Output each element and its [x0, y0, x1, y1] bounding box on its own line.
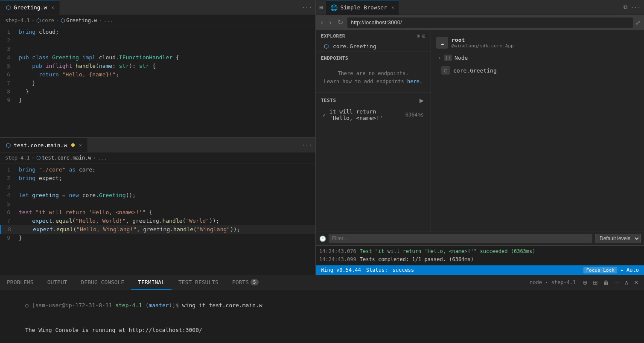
explorer-icon-2[interactable]: ⊡ [423, 33, 425, 39]
right-panel: ⊞ 🌐 Simple Browser ✕ ⧉ ··· ‹ › ↻ http://… [316, 0, 644, 275]
wing-resources: ☁ root @winglang/sdk.core.App › {} Node … [431, 30, 644, 232]
modified-indicator [71, 143, 75, 147]
terminal-split-button[interactable]: ⊞ [591, 278, 600, 287]
bottom-panel: PROBLEMS OUTPUT DEBUG CONSOLE TERMINAL T… [0, 275, 644, 343]
tab-problems[interactable]: PROBLEMS [0, 275, 41, 290]
simple-browser-tab[interactable]: 🌐 Simple Browser ✕ [326, 0, 398, 15]
test-line-4: 4 let greeting = new core.Greeting(); [0, 191, 315, 200]
log-time-2: 14:24:43.099 [319, 256, 356, 264]
log-toolbar: 🕐 Default levels All levels Errors only [316, 232, 644, 246]
tab-terminal[interactable]: TERMINAL [131, 275, 172, 290]
endpoints-section-label: ENDPOINTS [316, 52, 431, 63]
browser-content: EXPLORER ⊕ ⊡ ⬡ core.Greeting ENDPOINTS T… [316, 30, 644, 232]
test-line-2: 2 bring expect; [0, 174, 315, 183]
test-tab-menu[interactable]: ··· [299, 138, 315, 152]
greeting-code: 1 bring cloud; 2 3 4 pub class Greeting … [0, 26, 315, 137]
code-line-7: 7 } [0, 79, 315, 87]
log-text-1: Test "it will return 'Hello, <name>!'" s… [360, 247, 536, 256]
test-line-9: 9 } [0, 234, 315, 242]
greeting-tab[interactable]: ⬡ Greeting.w ✕ [0, 0, 60, 15]
test-line-5: 5 [0, 200, 315, 208]
wing-status-right: Focus Lock ✦ Auto [583, 267, 639, 273]
greeting-tab-label: Greeting.w [14, 4, 47, 11]
endpoints-empty: There are no endpoints. Learn how to add… [316, 63, 431, 93]
log-lines: 14:24:43.076 Test "it will return 'Hello… [316, 246, 644, 265]
browser-tab-bar: ⊞ 🌐 Simple Browser ✕ ⧉ ··· [316, 0, 644, 15]
greeting-editor: ⬡ Greeting.w ✕ ··· step-4.1 › ⬡ core › ⬡… [0, 0, 315, 138]
wing-log: 🕐 Default levels All levels Errors only … [316, 232, 644, 265]
explorer-section: EXPLORER ⊕ ⊡ [316, 30, 431, 41]
code-line-5: 5 pub inflight handle(name: str): str { [0, 62, 315, 70]
endpoints-empty-text: There are no endpoints. [338, 70, 408, 76]
node-resource-item[interactable]: › {} Node [431, 52, 644, 64]
greeting-breadcrumb: step-4.1 › ⬡ core › ⬡ Greeting.w › ... [0, 15, 315, 26]
explorer-icons: ⊕ ⊡ [417, 33, 425, 39]
tab-test-results[interactable]: TEST RESULTS [172, 275, 225, 290]
terminal-chevron-up-button[interactable]: ∧ [623, 278, 630, 287]
wing-status-text: Status: success [366, 267, 414, 273]
tests-label: TESTS [321, 98, 336, 103]
node-resource-label: Node [455, 55, 468, 61]
code-line-6: 6 return "Hello, {name}!"; [0, 70, 315, 79]
test-breadcrumb-step: step-4.1 [5, 155, 30, 161]
code-line-4: 4 pub class Greeting impl cloud.IFunctio… [0, 53, 315, 62]
test-tab-close[interactable]: ✕ [79, 142, 82, 148]
log-line-1: 14:24:43.076 Test "it will return 'Hello… [319, 247, 641, 256]
browser-url-input[interactable]: http://localhost:3000/ [347, 17, 633, 28]
breadcrumb-file: ⬡ Greeting.w [61, 17, 97, 23]
test-code: 1 bring "./core" as core; 2 bring expect… [0, 164, 315, 275]
auto-label: ✦ Auto [621, 267, 639, 273]
tab-output[interactable]: OUTPUT [41, 275, 74, 290]
focus-lock-badge: Focus Lock [583, 267, 617, 273]
log-time-1: 14:24:43.076 [319, 247, 356, 256]
browser-back-button[interactable]: ‹ [319, 18, 325, 27]
test-duration: 6364ms [405, 112, 424, 118]
wing-file-icon: ⬡ [5, 5, 11, 11]
browser-more-icon[interactable]: ··· [631, 4, 641, 11]
main-area: ⬡ Greeting.w ✕ ··· step-4.1 › ⬡ core › ⬡… [0, 0, 644, 275]
terminal-more-button[interactable]: ··· [612, 278, 621, 287]
run-tests-button[interactable]: ▶ [418, 96, 425, 105]
explorer-icon-1[interactable]: ⊕ [417, 33, 420, 39]
log-filter-input[interactable] [329, 234, 592, 243]
breadcrumb-step: step-4.1 [5, 17, 30, 23]
terminal-node-label: node · step-4.1 [530, 279, 576, 285]
tab-debug-console[interactable]: DEBUG CONSOLE [74, 275, 131, 290]
root-resource-info: root @winglang/sdk.core.App [452, 37, 514, 49]
test-tab-label: test.core.main.w [14, 142, 67, 148]
endpoints-here-link[interactable]: here. [407, 78, 423, 84]
tab-ports[interactable]: PORTS 5 [225, 275, 265, 290]
terminal-add-button[interactable]: ⊕ [581, 278, 589, 287]
log-level-select[interactable]: Default levels All levels Errors only [595, 234, 641, 243]
bottom-tab-actions: node · step-4.1 ⊕ ⊞ 🗑 ··· ∧ ✕ [530, 278, 644, 287]
node-type-icon: {} [444, 55, 452, 61]
test-tab[interactable]: ⬡ test.core.main.w ✕ [0, 138, 87, 152]
terminal-line-1: ○ [ssm-user@ip-172-31-8-11 step-4.1 (mas… [5, 293, 639, 318]
greeting-tab-close[interactable]: ✕ [51, 5, 54, 10]
greeting-resource-item[interactable]: ⬡ core.Greeting [431, 64, 644, 77]
browser-open-external-icon[interactable]: ⤢ [635, 19, 641, 26]
root-resource-icon: ☁ [436, 37, 448, 49]
root-resource-item[interactable]: ☁ root @winglang/sdk.core.App [431, 33, 644, 52]
terminal-content[interactable]: ○ [ssm-user@ip-172-31-8-11 step-4.1 (mas… [0, 290, 644, 343]
explorer-label: EXPLORER [321, 33, 345, 39]
explorer-greeting-label: core.Greeting [333, 43, 376, 49]
browser-tab-close[interactable]: ✕ [391, 5, 394, 10]
wing-status-bar: Wing v0.54.44 Status: success Focus Lock… [316, 265, 644, 275]
test-breadcrumb: step-4.1 › ⬡ test.core.main.w › ... [0, 153, 315, 164]
browser-nav: ‹ › ↻ http://localhost:3000/ ⤢ [316, 15, 644, 30]
code-line-1: 1 bring cloud; [0, 28, 315, 36]
browser-split-icon[interactable]: ⧉ [624, 4, 627, 11]
terminal-close-button[interactable]: ✕ [632, 278, 641, 287]
greeting-resource-label: core.Greeting [453, 67, 497, 74]
browser-icon: 🌐 [330, 4, 338, 11]
status-value: success [393, 267, 414, 273]
explorer-item-greeting[interactable]: ⬡ core.Greeting [316, 41, 431, 52]
browser-forward-button[interactable]: › [327, 18, 333, 27]
greeting-tab-menu[interactable]: ··· [299, 0, 315, 15]
breadcrumb-core: ⬡ core [36, 17, 54, 23]
browser-refresh-button[interactable]: ↻ [336, 17, 345, 27]
terminal-trash-button[interactable]: 🗑 [601, 278, 611, 287]
test-line-8: 8 expect.equal("Hello, Winglang!", greet… [0, 225, 315, 234]
test-result-item: ✓ it will return 'Hello, <name>!' 6364ms [316, 106, 431, 123]
